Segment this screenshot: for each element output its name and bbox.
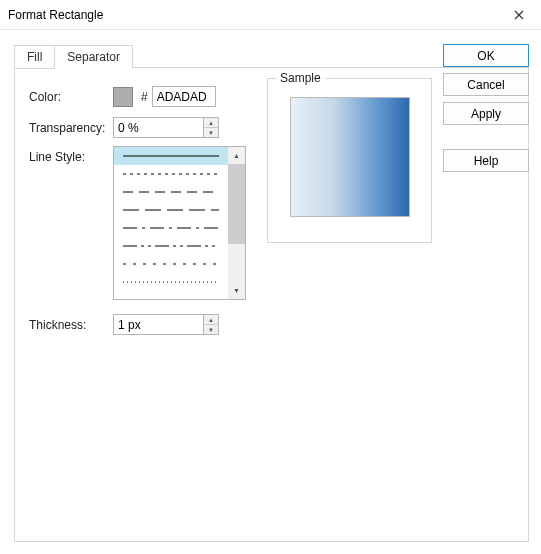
button-column: OK Cancel Apply Help [443,44,529,172]
titlebar: Format Rectangle [0,0,541,30]
transparency-spin-buttons: ▲ ▼ [203,117,219,138]
separator-controls: Color: # Transparency: ▲ ▼ Line Style: [29,86,259,335]
linestyle-item-dashdot[interactable] [114,219,228,237]
color-row: Color: # [29,86,259,107]
linestyle-item-dashdotdot[interactable] [114,237,228,255]
transparency-label: Transparency: [29,121,113,135]
tab-bar: Fill Separator [14,44,133,68]
window-title: Format Rectangle [8,8,103,22]
linestyle-scrollbar[interactable]: ▲ ▼ [228,147,245,299]
linestyle-item-dot[interactable] [114,165,228,183]
thickness-input[interactable] [113,314,203,335]
tab-fill[interactable]: Fill [14,45,54,69]
thickness-label: Thickness: [29,318,113,332]
sample-label: Sample [276,71,325,85]
close-icon [514,10,524,20]
help-button[interactable]: Help [443,149,529,172]
scroll-track[interactable] [228,164,245,282]
ok-button[interactable]: OK [443,44,529,67]
cancel-button[interactable]: Cancel [443,73,529,96]
thickness-spin-buttons: ▲ ▼ [203,314,219,335]
close-button[interactable] [496,0,541,30]
color-hex-input[interactable] [152,86,216,107]
hash-label: # [141,90,148,104]
scroll-thumb[interactable] [228,164,245,244]
tab-separator[interactable]: Separator [54,45,133,69]
transparency-spin-down[interactable]: ▼ [204,128,218,137]
sample-preview [290,97,410,217]
scroll-up-icon[interactable]: ▲ [228,147,245,164]
transparency-input[interactable] [113,117,203,138]
thickness-spin-up[interactable]: ▲ [204,315,218,325]
transparency-spin-up[interactable]: ▲ [204,118,218,128]
linestyle-listbox[interactable]: ▲ ▼ [113,146,246,300]
thickness-row: Thickness: ▲ ▼ [29,314,259,335]
linestyle-label: Line Style: [29,148,113,164]
thickness-spinner: ▲ ▼ [113,314,219,335]
color-swatch[interactable] [113,87,133,107]
linestyle-list [114,147,228,299]
transparency-row: Transparency: ▲ ▼ [29,117,259,138]
linestyle-item-dash[interactable] [114,183,228,201]
linestyle-item-solid[interactable] [114,147,228,165]
apply-button[interactable]: Apply [443,102,529,125]
scroll-down-icon[interactable]: ▼ [228,282,245,299]
dialog-body: Fill Separator OK Cancel Apply Help Colo… [0,30,541,554]
sample-group: Sample [267,78,432,243]
thickness-spin-down[interactable]: ▼ [204,325,218,334]
linestyle-item-sparse-dot[interactable] [114,255,228,273]
transparency-spinner: ▲ ▼ [113,117,219,138]
linestyle-item-longdash[interactable] [114,201,228,219]
color-label: Color: [29,90,113,104]
linestyle-item-fine-dot[interactable] [114,273,228,291]
